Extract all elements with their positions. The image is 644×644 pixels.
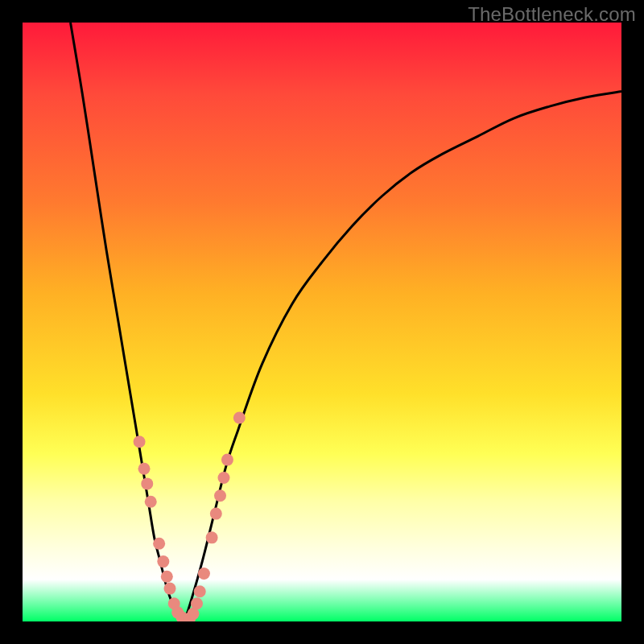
highlight-dot xyxy=(214,489,226,502)
highlight-dot xyxy=(138,463,151,475)
highlight-dot xyxy=(164,583,176,595)
watermark-text: TheBottleneck.com xyxy=(468,3,636,26)
highlight-dot xyxy=(217,472,229,484)
chart-svg xyxy=(23,23,621,621)
highlight-dot xyxy=(206,531,218,543)
highlight-dot xyxy=(233,412,246,424)
highlight-dot xyxy=(134,436,146,448)
left-curve xyxy=(71,23,184,621)
highlight-dot xyxy=(157,555,169,568)
highlight-dot xyxy=(153,538,165,550)
highlight-dot xyxy=(141,477,153,489)
highlight-dot xyxy=(194,585,206,597)
highlight-dot xyxy=(198,568,210,580)
chart-plot-area xyxy=(23,23,621,621)
highlight-dot xyxy=(191,597,203,609)
highlight-dot xyxy=(210,508,222,520)
highlight-dot xyxy=(161,571,173,583)
right-curve xyxy=(184,92,621,621)
highlight-dot xyxy=(221,454,233,466)
highlight-dot xyxy=(145,496,157,508)
